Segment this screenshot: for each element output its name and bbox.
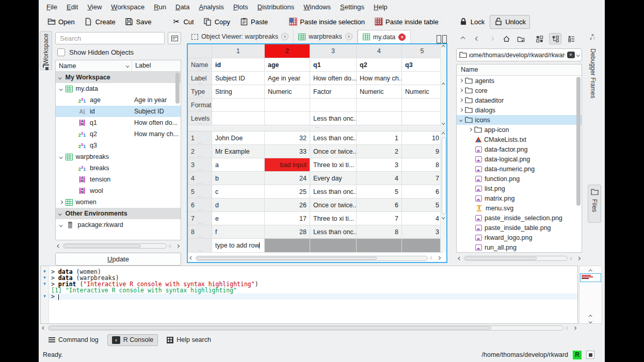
data-cell[interactable]: 6 xyxy=(357,199,402,212)
data-cell[interactable]: Less than onc... xyxy=(310,185,357,199)
meta-cell[interactable]: id xyxy=(212,58,265,72)
row-header-3[interactable]: 3⋯ xyxy=(188,158,212,172)
file-item-paste-inside-table-png[interactable]: paste_inside_table.png xyxy=(457,223,582,233)
console-hscrollbar[interactable] xyxy=(40,324,578,332)
caret-icon[interactable] xyxy=(59,201,62,204)
split-view-button[interactable] xyxy=(437,35,447,43)
icons-view-button[interactable] xyxy=(535,34,544,43)
r-engine-status-badge[interactable]: R xyxy=(573,351,582,359)
tree-view-button[interactable] xyxy=(549,33,561,44)
file-item-data-logical-png[interactable]: data-logical.png xyxy=(457,154,582,164)
caret-icon[interactable] xyxy=(459,108,462,111)
data-cell[interactable]: 24 xyxy=(265,172,310,185)
data-cell[interactable]: Once or twice... xyxy=(310,145,357,158)
menu-run[interactable]: Run xyxy=(149,1,171,13)
data-cell[interactable]: 17 xyxy=(265,212,310,225)
tree-item-warpbreaks[interactable]: warpbreaks xyxy=(56,151,181,162)
paste-inside-selection-button[interactable]: Paste inside selection xyxy=(284,15,369,29)
column-header-4[interactable]: 4 xyxy=(357,44,402,58)
paste-inside-table-button[interactable]: Paste inside table xyxy=(370,15,443,29)
close-tab-icon[interactable]: × xyxy=(398,34,406,41)
meta-cell[interactable]: How many ch... xyxy=(357,72,402,85)
data-cell[interactable]: 26 xyxy=(265,199,310,212)
minimap-up-icon[interactable] xyxy=(579,266,602,272)
meta-cell[interactable]: q1 xyxy=(310,58,357,72)
data-cell[interactable]: Less than onc... xyxy=(310,131,357,145)
meta-cell[interactable] xyxy=(402,72,443,85)
tree-item-breaks[interactable]: 231breaks xyxy=(56,162,181,174)
tool-tab-debugger-frames[interactable]: Debugger Frames xyxy=(589,48,597,98)
file-item-list-png[interactable]: list.png xyxy=(457,184,582,193)
meta-cell[interactable]: How often do... xyxy=(310,72,357,85)
tree-item-package-rkward[interactable]: package:rkward xyxy=(56,219,181,229)
file-item-menu-svg[interactable]: menu.svg xyxy=(457,203,582,213)
caret-icon[interactable] xyxy=(58,212,61,215)
cut-button[interactable]: ✂Cut xyxy=(168,15,198,29)
add-row-input[interactable]: type to add row xyxy=(212,239,265,253)
data-cell[interactable]: Three to xi ti... xyxy=(310,158,357,172)
tool-tab-command-log[interactable]: Command log xyxy=(44,334,103,345)
data-cell[interactable]: Mr Example xyxy=(212,145,265,158)
meta-cell[interactable] xyxy=(265,112,310,125)
data-cell[interactable]: 1 xyxy=(357,131,402,145)
row-header-5[interactable]: 5⋯ xyxy=(188,185,212,199)
tree-item-q1[interactable]: ABq1How often do... xyxy=(56,117,181,128)
meta-cell[interactable]: q2 xyxy=(357,58,402,72)
data-cell[interactable]: e xyxy=(212,212,265,225)
files-hscrollbar[interactable] xyxy=(456,255,582,262)
meta-cell[interactable]: Less than onc... xyxy=(310,112,357,125)
editor-splitter[interactable]: ⋯ xyxy=(188,125,446,131)
show-hidden-checkbox[interactable]: Show Hidden Objects xyxy=(57,48,134,56)
meta-cell[interactable]: Numeric xyxy=(265,85,310,98)
create-button[interactable]: Create xyxy=(80,15,120,29)
file-item-agents[interactable]: agents xyxy=(457,76,582,86)
tool-tab-files[interactable]: Files xyxy=(588,185,601,223)
data-cell[interactable]: b xyxy=(212,172,265,185)
meta-cell[interactable]: q3 xyxy=(402,58,443,72)
caret-icon[interactable] xyxy=(59,87,62,90)
details-view-button[interactable] xyxy=(567,34,576,43)
document-tab-warpbreaks[interactable]: warpbreaks× xyxy=(294,30,358,43)
data-cell[interactable]: 4 xyxy=(357,172,402,185)
file-item-rkward-logo-png[interactable]: rkward_logo.png xyxy=(457,233,582,242)
list-options-button[interactable] xyxy=(168,32,181,44)
data-cell[interactable]: 3 xyxy=(402,225,443,239)
meta-cell[interactable] xyxy=(402,98,443,112)
menu-edit[interactable]: Edit xyxy=(62,1,83,13)
data-cell[interactable]: 2 xyxy=(357,145,402,158)
data-cell[interactable]: Every day xyxy=(310,172,357,185)
menu-distributions[interactable]: Distributions xyxy=(253,1,299,13)
metadata-vscrollbar[interactable] xyxy=(440,44,446,125)
tree-item-my-data[interactable]: my.data xyxy=(56,83,181,94)
data-cell[interactable]: 9 xyxy=(402,145,443,158)
update-button[interactable]: Update xyxy=(55,253,181,266)
column-header-3[interactable]: 3 xyxy=(310,44,357,58)
data-cell[interactable]: John Doe xyxy=(212,131,265,145)
up-button[interactable] xyxy=(458,34,468,43)
back-button[interactable] xyxy=(473,34,482,43)
minimap-viewport[interactable] xyxy=(580,273,601,282)
meta-cell[interactable] xyxy=(212,112,265,125)
console-scrollbar-minimap[interactable] xyxy=(579,266,602,324)
data-cell[interactable]: 10 xyxy=(402,131,443,145)
document-tab-my-data[interactable]: my.data× xyxy=(358,30,411,43)
tree-item-age[interactable]: 231ageAge in year xyxy=(56,94,181,106)
data-cell[interactable]: 5 xyxy=(402,199,443,212)
data-cell[interactable]: Three to xi ti... xyxy=(310,212,357,225)
data-cell[interactable]: bad input xyxy=(265,158,310,172)
meta-cell[interactable]: Factor xyxy=(310,85,357,98)
engine-busy-indicator[interactable] xyxy=(586,351,594,359)
location-bar[interactable]: home/thomas/develop/rkward/rkward/ × xyxy=(456,48,582,61)
forward-button[interactable] xyxy=(487,34,496,43)
tree-item-wool[interactable]: ABwool xyxy=(56,185,181,196)
meta-cell[interactable] xyxy=(402,112,443,125)
tree-item-q3[interactable]: 231q3 xyxy=(56,140,181,151)
meta-cell[interactable] xyxy=(357,112,402,125)
file-item-paste-inside-selection-png[interactable]: paste_inside_selection.png xyxy=(457,213,582,223)
tree-item-id[interactable]: A|idSubject ID xyxy=(56,106,181,117)
search-input[interactable] xyxy=(55,32,165,44)
workspace-hscrollbar[interactable] xyxy=(55,242,181,250)
menu-plots[interactable]: Plots xyxy=(229,1,253,13)
meta-cell[interactable]: age xyxy=(265,58,310,72)
meta-cell[interactable]: Subject ID xyxy=(212,72,265,85)
